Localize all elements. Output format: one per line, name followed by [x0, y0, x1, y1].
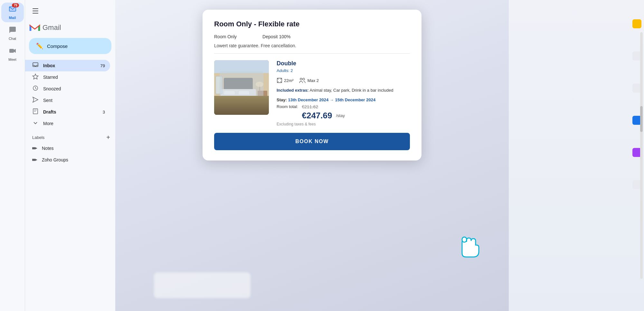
right-panel-icon-1 — [632, 19, 641, 28]
size-spec: 22m² — [277, 78, 294, 83]
nav-inbox[interactable]: Inbox 79 — [25, 60, 110, 71]
size-icon — [277, 78, 282, 83]
mail-icon: 79 — [9, 5, 16, 14]
hamburger-menu[interactable] — [29, 5, 42, 17]
free-cancel-text: Lowert rate guarantee. Free cancellation… — [214, 43, 410, 48]
svg-rect-19 — [258, 91, 267, 100]
drafts-label: Drafts — [43, 109, 56, 114]
svg-marker-3 — [14, 49, 16, 53]
included-extras-text: Animal stay, Car park, Drink in a bar in… — [310, 88, 393, 93]
people-icon — [299, 78, 306, 83]
svg-marker-5 — [33, 74, 38, 79]
taxes-note: Excluding taxes & fees — [277, 122, 410, 126]
mini-nav-mail[interactable]: 79 Mail — [1, 3, 24, 22]
stay-arrow: → — [330, 97, 335, 102]
modal-divider — [214, 53, 410, 54]
label-notes[interactable]: Notes — [25, 142, 110, 154]
room-details: Double Adults: 2 22m² — [214, 60, 410, 133]
hamburger-line-2 — [33, 11, 38, 11]
room-only-label: Room Only — [214, 34, 237, 39]
max-spec: Max 2 — [299, 78, 319, 83]
nav-starred[interactable]: Starred — [25, 71, 110, 83]
svg-rect-14 — [224, 78, 253, 94]
labels-header: Labels + — [25, 129, 115, 142]
nav-snoozed[interactable]: Snoozed — [25, 83, 110, 95]
zoho-tag-icon — [32, 157, 37, 162]
modal-title: Room Only - Flexible rate — [214, 20, 410, 28]
hamburger-line-1 — [33, 8, 38, 9]
current-price: €247.69 — [302, 111, 332, 121]
room-total-label: Room total: — [277, 104, 298, 109]
drafts-icon — [32, 108, 39, 116]
mini-nav-chat[interactable]: Chat — [1, 23, 24, 43]
right-panel — [509, 0, 644, 311]
stay-info: Stay: 13th December 2024 → 15th December… — [277, 97, 410, 102]
nav-sent[interactable]: Sent — [25, 95, 110, 106]
notes-label: Notes — [42, 146, 54, 151]
svg-rect-16 — [224, 91, 235, 98]
label-zoho-groups[interactable]: Zoho Groups — [25, 154, 110, 166]
compose-pencil-icon: ✏️ — [36, 42, 43, 50]
included-extras-label: Included extras: — [277, 88, 309, 93]
room-specs: 22m² Max 2 — [277, 78, 410, 83]
svg-marker-7 — [33, 97, 38, 102]
add-label-button[interactable]: + — [106, 134, 110, 141]
stay-to-date: 15th December 2024 — [335, 97, 375, 102]
room-total-row: Room total: €211.62 — [277, 104, 410, 109]
svg-point-28 — [300, 78, 302, 80]
original-price: €211.62 — [302, 104, 318, 109]
mail-badge: 79 — [12, 3, 19, 7]
room-info: Double Adults: 2 22m² — [277, 60, 410, 133]
chat-icon — [9, 26, 16, 35]
meet-icon — [9, 47, 16, 56]
more-label: More — [43, 121, 53, 126]
labels-title: Labels — [32, 135, 44, 140]
svg-rect-15 — [221, 89, 256, 102]
drafts-badge: 3 — [103, 110, 105, 114]
scrollbar-thumb[interactable] — [640, 106, 643, 132]
nav-drafts[interactable]: Drafts 3 — [25, 106, 110, 118]
svg-rect-18 — [221, 95, 256, 97]
per-stay-label: /stay — [336, 113, 345, 118]
nav-more[interactable]: More — [25, 118, 110, 129]
mini-nav: 79 Mail Chat Meet — [0, 0, 25, 311]
room-price-row: Room total: €247.69 /stay — [277, 111, 410, 121]
svg-rect-17 — [238, 91, 250, 98]
mini-nav-mail-label: Mail — [9, 16, 16, 20]
mini-nav-meet[interactable]: Meet — [1, 44, 24, 64]
sidebar: Gmail ✏️ Compose Inbox 79 Starred — [25, 0, 115, 311]
scrollbar-track — [640, 32, 643, 279]
cursor-hand — [454, 231, 483, 260]
inbox-icon — [32, 62, 39, 69]
included-extras: Included extras: Animal stay, Car park, … — [277, 87, 410, 94]
room-modal: Room Only - Flexible rate Room Only Depo… — [203, 10, 421, 160]
svg-rect-30 — [462, 237, 467, 242]
compose-label: Compose — [47, 43, 68, 49]
svg-point-21 — [256, 82, 263, 87]
sent-label: Sent — [43, 98, 52, 103]
background-card-bottom — [154, 272, 251, 298]
svg-point-29 — [303, 78, 305, 80]
mini-nav-meet-label: Meet — [8, 58, 16, 61]
more-icon — [32, 120, 39, 127]
room-size: 22m² — [284, 78, 294, 83]
inbox-label: Inbox — [43, 63, 55, 68]
starred-icon — [32, 73, 39, 81]
zoho-groups-label: Zoho Groups — [42, 157, 68, 162]
room-name: Double — [277, 60, 410, 67]
hamburger-line-3 — [33, 13, 38, 14]
gmail-m-icon — [29, 22, 41, 33]
gmail-logo: Gmail — [25, 21, 115, 38]
snoozed-icon — [32, 85, 39, 93]
room-meta: Room Only Deposit 100% — [214, 34, 410, 39]
book-now-button[interactable]: BOOK NOW — [214, 133, 410, 150]
notes-tag-icon — [32, 146, 37, 151]
gmail-logo-text: Gmail — [43, 23, 61, 32]
adults-label: Adults: 2 — [277, 68, 410, 73]
stay-from-date: 13th December 2024 — [288, 97, 328, 102]
inbox-badge: 79 — [100, 63, 105, 68]
svg-rect-20 — [259, 84, 260, 91]
room-image — [214, 60, 269, 115]
snoozed-label: Snoozed — [43, 86, 61, 91]
compose-button[interactable]: ✏️ Compose — [29, 38, 111, 54]
